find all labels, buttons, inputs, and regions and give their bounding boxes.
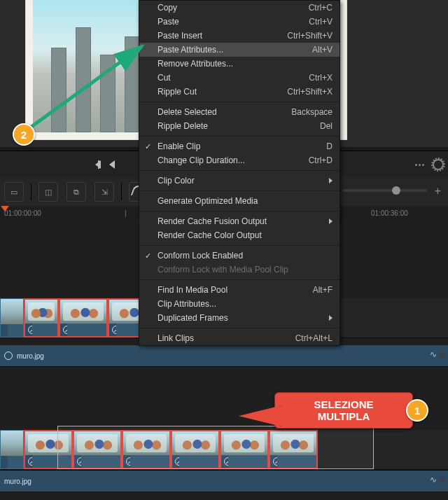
menu-item[interactable]: CopyCtrl+C xyxy=(139,1,340,15)
menu-item[interactable]: Remove Attributes... xyxy=(139,57,340,71)
zoom-in-button[interactable]: + xyxy=(435,185,441,197)
annotation-callout: SELEZIONE MULTIPLA xyxy=(274,392,413,429)
retime-icon: ∿ xyxy=(430,475,435,485)
timeline-clip-selected[interactable]: smilin... xyxy=(24,298,59,338)
selection-marquee xyxy=(57,426,374,469)
annotation-badge-2: 2 xyxy=(13,123,35,146)
annotation-badge-1: 1 xyxy=(406,399,428,422)
tool-1[interactable]: ▭ xyxy=(4,182,24,202)
menu-item[interactable]: Paste Attributes...Alt+V xyxy=(139,43,340,57)
bg-clip-upper[interactable]: muro.jpg ∿ xyxy=(0,345,448,367)
ruler-time-0: 01:00:00:00 xyxy=(4,209,41,217)
step-back-button[interactable] xyxy=(109,160,115,169)
timeline-clip[interactable] xyxy=(0,298,24,338)
retime-icon: ∿ xyxy=(430,349,435,359)
menu-item[interactable]: Enable ClipD xyxy=(139,139,340,153)
menu-item[interactable]: Change Clip Duration...Ctrl+D xyxy=(139,153,340,167)
tool-2[interactable]: ◫ xyxy=(38,182,58,202)
menu-item[interactable]: CutCtrl+X xyxy=(139,71,340,85)
tool-4[interactable]: ⇲ xyxy=(94,182,114,202)
menu-item[interactable]: Render Cache Color Output xyxy=(139,228,340,242)
bg-clip-label-2: muro.jpg xyxy=(4,478,31,485)
skip-back-button[interactable] xyxy=(98,160,101,169)
menu-item[interactable]: Render Cache Fusion Output xyxy=(139,214,340,228)
keyframe-icon[interactable] xyxy=(438,475,446,483)
menu-item[interactable]: Paste InsertCtrl+Shift+V xyxy=(139,29,340,43)
clip-context-menu: CopyCtrl+CPasteCtrl+VPaste InsertCtrl+Sh… xyxy=(139,0,340,346)
playhead-icon[interactable] xyxy=(1,206,9,211)
menu-item[interactable]: Delete SelectedBackspace xyxy=(139,105,340,119)
menu-item[interactable]: Generate Optimized Media xyxy=(139,194,340,208)
timeline-clip-selected[interactable]: portrai... xyxy=(59,298,108,338)
menu-item[interactable]: Link ClipsCtrl+Alt+L xyxy=(139,331,340,345)
menu-item[interactable]: PasteCtrl+V xyxy=(139,15,340,29)
app-stage: ▭ ◫ ⧉ ⇲ − + 01:00:00:00 | 01:00:36:00 sm… xyxy=(0,0,448,500)
ruler-time-1: 01:00:36:00 xyxy=(371,209,408,217)
options-icon[interactable] xyxy=(415,164,424,166)
ruler-tick: | xyxy=(125,209,127,217)
bg-clip-label: muro.jpg xyxy=(17,352,44,360)
menu-item[interactable]: Duplicated Frames xyxy=(139,311,340,325)
keyframe-icon[interactable] xyxy=(438,350,446,358)
menu-item[interactable]: Clip Color xyxy=(139,174,340,188)
gear-icon[interactable] xyxy=(433,159,444,170)
timeline-clip[interactable] xyxy=(0,430,24,469)
menu-item[interactable]: Conform Lock Enabled xyxy=(139,249,340,263)
zoom-slider[interactable] xyxy=(343,189,427,192)
menu-item[interactable]: Clip Attributes... xyxy=(139,297,340,311)
menu-item: Conform Lock with Media Pool Clip xyxy=(139,263,340,277)
menu-item[interactable]: Find In Media PoolAlt+F xyxy=(139,283,340,297)
tool-3[interactable]: ⧉ xyxy=(66,182,86,202)
bg-clip-lower[interactable]: muro.jpg ∿ xyxy=(0,470,448,492)
menu-item[interactable]: Ripple CutCtrl+Shift+X xyxy=(139,85,340,99)
menu-item[interactable]: Ripple DeleteDel xyxy=(139,119,340,133)
